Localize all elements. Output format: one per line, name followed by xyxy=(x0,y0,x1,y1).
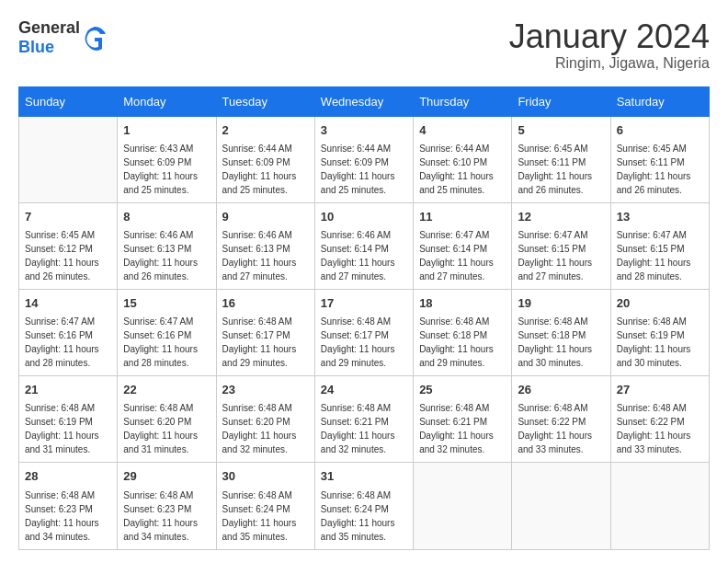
day-info: Sunrise: 6:47 AMSunset: 6:16 PMDaylight:… xyxy=(123,315,210,370)
day-number: 24 xyxy=(321,382,407,398)
day-info: Sunrise: 6:45 AMSunset: 6:11 PMDaylight:… xyxy=(617,142,703,197)
day-number: 15 xyxy=(123,295,210,312)
calendar-cell: 9Sunrise: 6:46 AMSunset: 6:13 PMDaylight… xyxy=(216,202,314,289)
day-number: 19 xyxy=(518,295,604,312)
day-info: Sunrise: 6:45 AMSunset: 6:12 PMDaylight:… xyxy=(25,228,111,283)
calendar-cell: 6Sunrise: 6:45 AMSunset: 6:11 PMDaylight… xyxy=(610,116,709,202)
header-monday: Monday xyxy=(118,86,216,116)
month-title: January 2024 xyxy=(509,18,710,55)
location: Ringim, Jigawa, Nigeria xyxy=(509,55,710,72)
day-info: Sunrise: 6:46 AMSunset: 6:13 PMDaylight:… xyxy=(123,228,210,283)
calendar-cell: 11Sunrise: 6:47 AMSunset: 6:14 PMDayligh… xyxy=(414,202,512,289)
day-info: Sunrise: 6:46 AMSunset: 6:14 PMDaylight:… xyxy=(321,228,407,283)
day-info: Sunrise: 6:47 AMSunset: 6:15 PMDaylight:… xyxy=(617,228,703,283)
day-info: Sunrise: 6:48 AMSunset: 6:23 PMDaylight:… xyxy=(123,488,210,544)
day-info: Sunrise: 6:48 AMSunset: 6:24 PMDaylight:… xyxy=(321,488,407,544)
logo-icon xyxy=(82,25,108,51)
calendar-header: Sunday Monday Tuesday Wednesday Thursday… xyxy=(19,86,710,116)
calendar-cell xyxy=(610,463,709,549)
day-info: Sunrise: 6:48 AMSunset: 6:22 PMDaylight:… xyxy=(518,401,604,456)
logo-wordmark: General Blue xyxy=(18,18,80,57)
calendar-cell: 15Sunrise: 6:47 AMSunset: 6:16 PMDayligh… xyxy=(118,289,216,375)
calendar-cell xyxy=(512,463,610,549)
calendar-cell: 5Sunrise: 6:45 AMSunset: 6:11 PMDaylight… xyxy=(512,116,610,202)
calendar-cell: 12Sunrise: 6:47 AMSunset: 6:15 PMDayligh… xyxy=(512,202,610,289)
header-sunday: Sunday xyxy=(19,86,118,116)
calendar-cell: 31Sunrise: 6:48 AMSunset: 6:24 PMDayligh… xyxy=(314,463,413,549)
day-number: 25 xyxy=(419,382,506,398)
calendar-cell: 10Sunrise: 6:46 AMSunset: 6:14 PMDayligh… xyxy=(314,202,413,289)
logo-blue: Blue xyxy=(18,38,54,56)
calendar-cell xyxy=(414,463,512,549)
page-header: General Blue January 2024 Ringim, Jigawa… xyxy=(18,18,710,72)
day-number: 16 xyxy=(222,295,309,312)
day-info: Sunrise: 6:44 AMSunset: 6:09 PMDaylight:… xyxy=(321,142,407,197)
day-info: Sunrise: 6:47 AMSunset: 6:16 PMDaylight:… xyxy=(25,315,111,370)
calendar-cell: 19Sunrise: 6:48 AMSunset: 6:18 PMDayligh… xyxy=(512,289,610,375)
day-number: 12 xyxy=(518,209,604,225)
calendar-cell: 20Sunrise: 6:48 AMSunset: 6:19 PMDayligh… xyxy=(610,289,709,375)
day-number: 17 xyxy=(321,295,407,312)
day-number: 30 xyxy=(222,468,309,485)
day-number: 1 xyxy=(123,122,210,139)
days-of-week-row: Sunday Monday Tuesday Wednesday Thursday… xyxy=(19,86,710,116)
day-number: 9 xyxy=(222,209,309,225)
calendar-cell: 30Sunrise: 6:48 AMSunset: 6:24 PMDayligh… xyxy=(216,463,314,549)
day-info: Sunrise: 6:48 AMSunset: 6:17 PMDaylight:… xyxy=(222,315,309,370)
day-info: Sunrise: 6:44 AMSunset: 6:09 PMDaylight:… xyxy=(222,142,309,197)
day-info: Sunrise: 6:48 AMSunset: 6:18 PMDaylight:… xyxy=(518,315,604,370)
calendar-cell: 7Sunrise: 6:45 AMSunset: 6:12 PMDaylight… xyxy=(19,202,118,289)
calendar-cell: 8Sunrise: 6:46 AMSunset: 6:13 PMDaylight… xyxy=(118,202,216,289)
day-number: 14 xyxy=(25,295,111,312)
calendar-cell: 22Sunrise: 6:48 AMSunset: 6:20 PMDayligh… xyxy=(118,376,216,463)
day-info: Sunrise: 6:48 AMSunset: 6:21 PMDaylight:… xyxy=(419,401,506,456)
calendar-cell: 23Sunrise: 6:48 AMSunset: 6:20 PMDayligh… xyxy=(216,376,314,463)
calendar-cell: 25Sunrise: 6:48 AMSunset: 6:21 PMDayligh… xyxy=(414,376,512,463)
calendar-cell xyxy=(19,116,118,202)
calendar-cell: 28Sunrise: 6:48 AMSunset: 6:23 PMDayligh… xyxy=(19,463,118,549)
calendar-cell: 3Sunrise: 6:44 AMSunset: 6:09 PMDaylight… xyxy=(314,116,413,202)
day-info: Sunrise: 6:47 AMSunset: 6:15 PMDaylight:… xyxy=(518,228,604,283)
day-number: 13 xyxy=(617,209,703,225)
day-number: 4 xyxy=(419,122,506,139)
calendar-table: Sunday Monday Tuesday Wednesday Thursday… xyxy=(18,86,710,550)
day-number: 26 xyxy=(518,382,604,398)
calendar-week-2: 7Sunrise: 6:45 AMSunset: 6:12 PMDaylight… xyxy=(19,202,710,289)
logo: General Blue xyxy=(18,18,108,57)
day-number: 8 xyxy=(123,209,210,225)
calendar-cell: 4Sunrise: 6:44 AMSunset: 6:10 PMDaylight… xyxy=(414,116,512,202)
header-tuesday: Tuesday xyxy=(216,86,314,116)
day-number: 20 xyxy=(617,295,703,312)
day-number: 7 xyxy=(25,209,111,225)
day-number: 23 xyxy=(222,382,309,398)
calendar-cell: 13Sunrise: 6:47 AMSunset: 6:15 PMDayligh… xyxy=(610,202,709,289)
day-info: Sunrise: 6:48 AMSunset: 6:22 PMDaylight:… xyxy=(617,401,703,456)
logo-general: General xyxy=(18,18,80,37)
day-info: Sunrise: 6:43 AMSunset: 6:09 PMDaylight:… xyxy=(123,142,210,197)
day-info: Sunrise: 6:45 AMSunset: 6:11 PMDaylight:… xyxy=(518,142,604,197)
calendar-cell: 1Sunrise: 6:43 AMSunset: 6:09 PMDaylight… xyxy=(118,116,216,202)
calendar-cell: 17Sunrise: 6:48 AMSunset: 6:17 PMDayligh… xyxy=(314,289,413,375)
day-info: Sunrise: 6:48 AMSunset: 6:20 PMDaylight:… xyxy=(222,401,309,456)
calendar-cell: 26Sunrise: 6:48 AMSunset: 6:22 PMDayligh… xyxy=(512,376,610,463)
day-number: 21 xyxy=(25,382,111,398)
day-number: 11 xyxy=(419,209,506,225)
day-number: 6 xyxy=(617,122,703,139)
day-info: Sunrise: 6:48 AMSunset: 6:24 PMDaylight:… xyxy=(222,488,309,544)
day-info: Sunrise: 6:48 AMSunset: 6:23 PMDaylight:… xyxy=(25,488,111,544)
calendar-cell: 27Sunrise: 6:48 AMSunset: 6:22 PMDayligh… xyxy=(610,376,709,463)
header-friday: Friday xyxy=(512,86,610,116)
day-info: Sunrise: 6:48 AMSunset: 6:18 PMDaylight:… xyxy=(419,315,506,370)
calendar-week-1: 1Sunrise: 6:43 AMSunset: 6:09 PMDaylight… xyxy=(19,116,710,202)
day-number: 31 xyxy=(321,468,407,485)
calendar-cell: 21Sunrise: 6:48 AMSunset: 6:19 PMDayligh… xyxy=(19,376,118,463)
calendar-cell: 18Sunrise: 6:48 AMSunset: 6:18 PMDayligh… xyxy=(414,289,512,375)
calendar-week-3: 14Sunrise: 6:47 AMSunset: 6:16 PMDayligh… xyxy=(19,289,710,375)
day-number: 22 xyxy=(123,382,210,398)
day-info: Sunrise: 6:48 AMSunset: 6:19 PMDaylight:… xyxy=(617,315,703,370)
day-info: Sunrise: 6:44 AMSunset: 6:10 PMDaylight:… xyxy=(419,142,506,197)
calendar-week-4: 21Sunrise: 6:48 AMSunset: 6:19 PMDayligh… xyxy=(19,376,710,463)
day-info: Sunrise: 6:48 AMSunset: 6:17 PMDaylight:… xyxy=(321,315,407,370)
day-info: Sunrise: 6:46 AMSunset: 6:13 PMDaylight:… xyxy=(222,228,309,283)
day-number: 27 xyxy=(617,382,703,398)
